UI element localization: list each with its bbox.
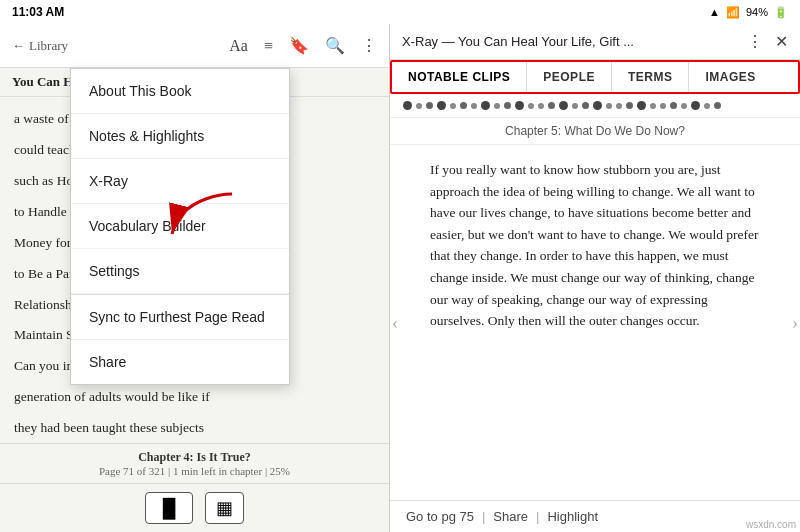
dropdown-item-about[interactable]: About This Book [71,69,289,114]
highlight-link[interactable]: Highlight [547,509,598,524]
xray-chapter: Chapter 5: What Do We Do Now? [390,118,800,145]
xray-next-button[interactable]: › [792,308,798,337]
xray-tabs: NOTABLE CLIPS PEOPLE TERMS IMAGES [390,60,800,94]
more-button[interactable]: ⋮ [361,36,377,55]
toolbar-icons: Aa ≡ 🔖 🔍 ⋮ [229,36,377,55]
left-panel: ← Library Aa ≡ 🔖 🔍 ⋮ You Can Heal Your L… [0,24,390,532]
timeline-dot [616,103,622,109]
timeline-dot [714,102,721,109]
xray-content-area: ‹ If you really want to know how stubbor… [390,145,800,500]
xray-timeline [390,94,800,118]
timeline-dot [426,102,433,109]
book-paragraph-11: they had been taught these subjects [14,418,375,439]
back-button[interactable]: ← Library [12,38,68,54]
timeline-dot [606,103,612,109]
search-button[interactable]: 🔍 [325,36,345,55]
timeline-dot [538,103,544,109]
chapter-name: Chapter 4: Is It True? [6,450,383,465]
timeline-dot [471,103,477,109]
timeline-dot [559,101,568,110]
tab-notable-clips[interactable]: NOTABLE CLIPS [392,62,527,92]
timeline-dot [660,103,666,109]
goto-page-link[interactable]: Go to pg 75 [406,509,474,524]
battery-level: 94% [746,6,768,18]
dropdown-item-share[interactable]: Share [71,340,289,384]
right-panel: X-Ray — You Can Heal Your Life, Gift ...… [390,24,800,532]
timeline-dot [637,101,646,110]
footer-sep-1: | [482,509,485,524]
signal-icon: ▲ [709,6,720,18]
main-area: ← Library Aa ≡ 🔖 🔍 ⋮ You Can Heal Your L… [0,24,800,532]
xray-header-icons: ⋮ ✕ [747,32,788,51]
timeline-dot [403,101,412,110]
tab-terms[interactable]: TERMS [612,62,690,92]
timeline-dot [450,103,456,109]
timeline-dot [515,101,524,110]
xray-prev-button[interactable]: ‹ [392,308,398,337]
dropdown-item-settings[interactable]: Settings [71,249,289,294]
timeline-dot [593,101,602,110]
footer-sep-2: | [536,509,539,524]
xray-header: X-Ray — You Can Heal Your Life, Gift ...… [390,24,800,60]
bookmark-button[interactable]: 🔖 [289,36,309,55]
wifi-icon: 📶 [726,6,740,19]
dropdown-item-xray[interactable]: X-Ray [71,159,289,204]
chapter-footer: Chapter 4: Is It True? Page 71 of 321 | … [0,443,389,483]
timeline-dot [572,103,578,109]
xray-footer: Go to pg 75 | Share | Highlight [390,500,800,532]
share-link[interactable]: Share [493,509,528,524]
status-right: ▲ 📶 94% 🔋 [709,6,788,19]
timeline-dot [416,103,422,109]
status-bar: 11:03 AM ▲ 📶 94% 🔋 [0,0,800,24]
dropdown-item-notes[interactable]: Notes & Highlights [71,114,289,159]
timeline-dot [704,103,710,109]
list-view-icon: ▐▌ [156,498,182,519]
status-time: 11:03 AM [12,5,64,19]
timeline-dot [626,102,633,109]
list-button[interactable]: ≡ [264,37,273,55]
xray-more-button[interactable]: ⋮ [747,32,763,51]
timeline-dot [548,102,555,109]
grid-view-icon: ▦ [216,497,233,519]
reader-toolbar: ← Library Aa ≡ 🔖 🔍 ⋮ [0,24,389,68]
view-mode-grid-button[interactable]: ▦ [205,492,244,524]
timeline-dot [481,101,490,110]
timeline-dot [681,103,687,109]
timeline-dot [582,102,589,109]
back-label: Library [29,38,68,54]
timeline-dot [494,103,500,109]
xray-close-button[interactable]: ✕ [775,32,788,51]
xray-title: X-Ray — You Can Heal Your Life, Gift ... [402,34,747,49]
xray-passage-text: If you really want to know how stubborn … [410,159,780,332]
dropdown-menu: About This Book Notes & Highlights X-Ray… [70,68,290,385]
timeline-dot [691,101,700,110]
tab-people[interactable]: PEOPLE [527,62,612,92]
timeline-dot [650,103,656,109]
timeline-dot [528,103,534,109]
tab-images[interactable]: IMAGES [689,62,771,92]
watermark: wsxdn.com [746,519,796,530]
view-mode-list-button[interactable]: ▐▌ [145,492,193,524]
timeline-dot [460,102,467,109]
battery-icon: 🔋 [774,6,788,19]
chapter-meta: Page 71 of 321 | 1 min left in chapter |… [6,465,383,477]
timeline-dot [437,101,446,110]
dropdown-item-vocab[interactable]: Vocabulary Builder [71,204,289,249]
timeline-dot [504,102,511,109]
reader-controls: ▐▌ ▦ [0,483,389,532]
dropdown-item-sync[interactable]: Sync to Furthest Page Read [71,295,289,340]
book-paragraph-10: generation of adults would be like if [14,387,375,408]
font-button[interactable]: Aa [229,37,248,55]
timeline-dot [670,102,677,109]
back-arrow-icon: ← [12,38,25,54]
